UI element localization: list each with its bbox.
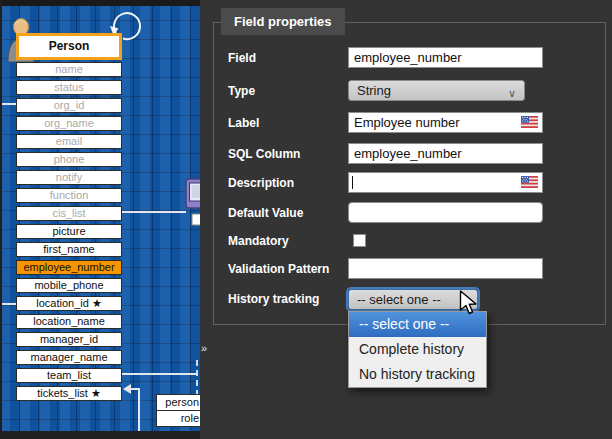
entity-field-row[interactable]: mobile_phone bbox=[16, 278, 122, 293]
entity-field-row[interactable]: status bbox=[16, 80, 122, 95]
mandatory-label: Mandatory bbox=[228, 234, 289, 248]
entity-field-row[interactable]: location_id ★ bbox=[16, 296, 122, 311]
dropdown-option[interactable]: Complete history bbox=[349, 337, 486, 362]
type-select[interactable]: String ∨ bbox=[348, 80, 525, 101]
chevron-down-icon: ∨ bbox=[508, 84, 516, 103]
entity-field-row[interactable]: manager_name bbox=[16, 350, 122, 365]
connector-line bbox=[2, 103, 16, 105]
field-properties-panel: » Field properties Field Type String ∨ L… bbox=[200, 0, 612, 439]
history-tracking-select-value: -- select one -- bbox=[357, 292, 441, 307]
entity-field-row[interactable]: phone bbox=[16, 152, 122, 167]
field-properties-tab: Field properties bbox=[221, 8, 345, 35]
connector-line bbox=[122, 211, 186, 213]
connector-line bbox=[122, 373, 197, 375]
entity-field-row[interactable]: cis_list bbox=[16, 206, 122, 221]
dropdown-option[interactable]: No history tracking bbox=[349, 362, 486, 387]
canvas-left-edge bbox=[0, 0, 2, 439]
validation-pattern-input[interactable] bbox=[348, 258, 543, 279]
entity-field-row[interactable]: email bbox=[16, 134, 122, 149]
type-select-value: String bbox=[357, 83, 391, 98]
entity-field-row[interactable]: picture bbox=[16, 224, 122, 239]
field-name-input[interactable] bbox=[348, 47, 543, 68]
entity-field-row[interactable]: manager_id bbox=[16, 332, 122, 347]
entity-field-row[interactable]: team_list bbox=[16, 368, 122, 383]
entity-field-list: namestatusorg_idorg_nameemailphonenotify… bbox=[16, 62, 122, 401]
field-label: Field bbox=[228, 51, 256, 65]
sql-column-label: SQL Column bbox=[228, 147, 300, 161]
type-label: Type bbox=[228, 84, 255, 98]
history-tracking-label: History tracking bbox=[228, 292, 319, 306]
history-tracking-dropdown-list: -- select one --Complete historyNo histo… bbox=[348, 311, 487, 388]
partial-entity-table[interactable]: personrole bbox=[156, 395, 202, 427]
mouse-cursor bbox=[459, 290, 481, 318]
entity-field-row[interactable]: function bbox=[16, 188, 122, 203]
panel-expand-icon[interactable]: » bbox=[201, 343, 207, 354]
sql-column-input[interactable] bbox=[348, 143, 543, 164]
default-value-label: Default Value bbox=[228, 206, 303, 220]
connector-arrowhead bbox=[123, 384, 131, 394]
connector-line bbox=[2, 303, 16, 305]
entity-field-row[interactable]: notify bbox=[16, 170, 122, 185]
app-window: Person namestatusorg_idorg_nameemailphon… bbox=[0, 0, 612, 439]
entity-header-person[interactable]: Person bbox=[16, 33, 122, 60]
connector-line bbox=[138, 388, 140, 431]
canvas-top-edge bbox=[0, 0, 200, 6]
label-label: Label bbox=[228, 116, 259, 130]
description-input[interactable] bbox=[348, 172, 543, 193]
description-label: Description bbox=[228, 176, 294, 190]
entity-field-row[interactable]: location_name bbox=[16, 314, 122, 329]
partial-entity-row[interactable]: role bbox=[156, 410, 202, 427]
entity-field-row[interactable]: tickets_list ★ bbox=[16, 386, 122, 401]
text-caret bbox=[352, 176, 353, 189]
er-diagram-canvas[interactable]: Person namestatusorg_idorg_nameemailphon… bbox=[0, 0, 200, 439]
entity-field-row[interactable]: org_id bbox=[16, 98, 122, 113]
connector-line-dashed bbox=[196, 360, 198, 396]
label-input[interactable] bbox=[348, 112, 543, 133]
us-flag-icon bbox=[521, 116, 538, 128]
validation-pattern-label: Validation Pattern bbox=[228, 262, 329, 276]
default-value-input[interactable] bbox=[348, 202, 543, 223]
us-flag-icon bbox=[521, 176, 538, 188]
canvas-bottom-edge bbox=[0, 431, 200, 439]
entity-field-row[interactable]: name bbox=[16, 62, 122, 77]
mandatory-checkbox[interactable] bbox=[353, 234, 366, 247]
entity-field-row[interactable]: org_name bbox=[16, 116, 122, 131]
partial-entity-row[interactable]: person bbox=[156, 394, 202, 411]
entity-field-row[interactable]: first_name bbox=[16, 242, 122, 257]
entity-field-row[interactable]: employee_number bbox=[16, 260, 122, 275]
